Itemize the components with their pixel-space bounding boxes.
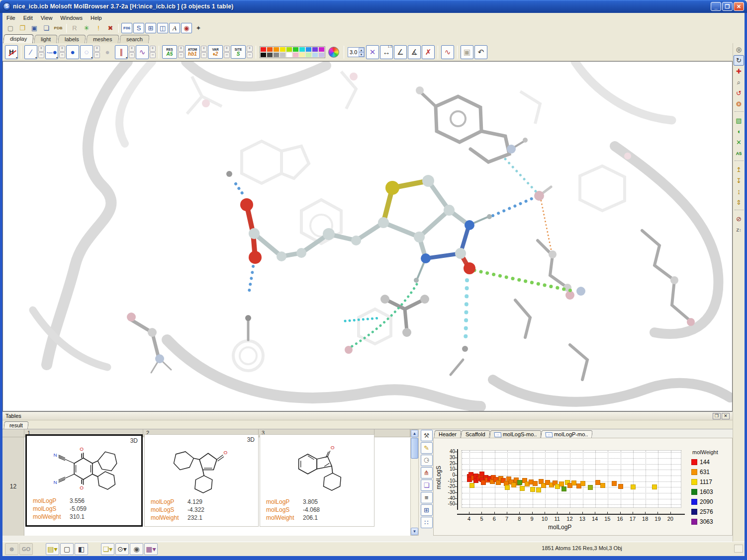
chart-plot-area[interactable]: [462, 450, 681, 508]
close-button[interactable]: ✕: [734, 2, 744, 11]
color-swatch[interactable]: [273, 52, 280, 58]
residue-label-button[interactable]: RESA5: [162, 45, 177, 59]
pdb-search-button[interactable]: PDB: [53, 23, 64, 33]
color-swatch[interactable]: [267, 52, 273, 58]
energy-button[interactable]: !: [93, 23, 104, 33]
data-point[interactable]: [595, 480, 600, 485]
color-swatch[interactable]: [299, 52, 305, 58]
effects-button[interactable]: ✦: [193, 23, 204, 33]
stereo-button[interactable]: S: [133, 23, 144, 33]
data-point[interactable]: [580, 481, 585, 486]
atom-label-button[interactable]: ATOMhb1: [185, 45, 200, 59]
corner-header[interactable]: [2, 429, 24, 437]
decrease-button[interactable]: −: [150, 52, 156, 58]
angle-button[interactable]: ∠: [394, 45, 407, 59]
delete-measure-button[interactable]: ✗: [422, 45, 435, 59]
data-point[interactable]: [631, 484, 636, 489]
molecule-cell-1[interactable]: 3D O O N N molLogP3.556 molLogS-5.05: [25, 434, 143, 527]
decrease-button[interactable]: −: [224, 52, 230, 58]
data-point[interactable]: [517, 480, 522, 485]
color-swatch[interactable]: [286, 47, 292, 52]
tab-labels[interactable]: labels: [58, 35, 87, 43]
table-edit-button[interactable]: ✎: [421, 442, 433, 454]
quad-view-button[interactable]: ⊞: [145, 23, 156, 33]
undo-view-button[interactable]: ↶: [474, 45, 487, 59]
table-find-button[interactable]: ⚆: [421, 455, 433, 466]
data-point[interactable]: [533, 481, 538, 486]
table-tree-button[interactable]: ⋔: [421, 467, 433, 479]
color-swatch[interactable]: [312, 47, 318, 52]
rotate-z-button[interactable]: ↺: [734, 88, 744, 98]
rotate-button[interactable]: ↻: [734, 55, 744, 66]
table-rows-button[interactable]: ≡: [421, 492, 433, 503]
color-swatch[interactable]: [318, 47, 325, 52]
menu-file[interactable]: File: [2, 14, 19, 22]
ribbon-style-button[interactable]: ∿: [136, 45, 149, 59]
data-point[interactable]: [505, 485, 510, 490]
scroll-thumb[interactable]: [411, 438, 418, 459]
menu-edit[interactable]: Edit: [19, 14, 37, 22]
color-swatch[interactable]: [280, 47, 286, 52]
z-translate-button[interactable]: Z↕: [734, 225, 744, 235]
title-bar[interactable]: S nice_icb.icb Molsoft MolBrowser 3.7-2a…: [0, 0, 747, 13]
increase-button[interactable]: +: [224, 46, 230, 52]
camera-button[interactable]: ⊙▾: [115, 543, 129, 555]
ballstick-style-button[interactable]: ∙–●▾: [45, 45, 58, 59]
color-wheel-icon[interactable]: [328, 47, 339, 58]
spinner-value[interactable]: 3.0: [348, 49, 359, 55]
fullscreen-button[interactable]: ▢: [60, 543, 74, 555]
molecular-3d-viewport[interactable]: [2, 61, 733, 411]
tables-panel-header[interactable]: Tables ❐ ✕: [2, 412, 733, 420]
color-swatch[interactable]: [260, 47, 267, 52]
site-label-button[interactable]: SITES: [231, 45, 246, 59]
molecule-cell-3[interactable]: O molLogP3.805 molLogS-4.068 molWeight20…: [260, 434, 374, 527]
chart-tab-header[interactable]: Header: [434, 430, 462, 438]
dot-surface-style-button[interactable]: ◌▾: [80, 45, 93, 59]
table-scrollbar[interactable]: ▲ ▼: [410, 429, 419, 536]
menu-view[interactable]: View: [37, 14, 57, 22]
slab-back-button[interactable]: ↧: [734, 175, 744, 186]
data-point[interactable]: [520, 486, 525, 491]
menu-windows[interactable]: Windows: [56, 14, 87, 22]
open-folder-button[interactable]: ❐: [17, 23, 28, 33]
increase-button[interactable]: +: [94, 46, 100, 52]
slab-center-button[interactable]: ⇕: [734, 197, 744, 208]
decrease-button[interactable]: −: [59, 52, 65, 58]
select-box-button[interactable]: ▧: [734, 115, 744, 126]
color-swatch[interactable]: [305, 52, 312, 58]
split-view-button[interactable]: ◫: [157, 23, 168, 33]
color-swatch[interactable]: [292, 52, 299, 58]
variable-label-button[interactable]: VAR♦2: [208, 45, 223, 59]
resize-grip[interactable]: [734, 545, 743, 553]
molecule-cell-2[interactable]: 3D O molLogP4.129 molLogS-4.322 molWeigh…: [144, 434, 259, 527]
color-swatch[interactable]: [273, 47, 280, 52]
close-panel-button[interactable]: ✕: [722, 413, 730, 419]
rock-button[interactable]: ❂: [734, 99, 744, 109]
increase-button[interactable]: +: [38, 46, 44, 52]
increase-button[interactable]: +: [59, 46, 65, 52]
color-swatch[interactable]: [305, 47, 312, 52]
row-header[interactable]: 12: [2, 437, 24, 536]
decrease-button[interactable]: −: [178, 52, 184, 58]
tab-result[interactable]: result: [3, 421, 28, 429]
stick-style-button[interactable]: ∥▾: [115, 45, 128, 59]
cpk-style-button[interactable]: ●: [66, 45, 79, 59]
slab-front-button[interactable]: ↥: [734, 164, 744, 175]
data-point[interactable]: [530, 487, 535, 492]
color-swatch[interactable]: [292, 47, 299, 52]
data-point[interactable]: [536, 487, 541, 492]
increase-button[interactable]: +: [201, 46, 207, 52]
workspace-panel-button[interactable]: ▤▾: [46, 543, 59, 555]
decrease-button[interactable]: −: [201, 52, 207, 58]
restore-button[interactable]: ❐: [722, 2, 733, 11]
data-point[interactable]: [588, 485, 593, 490]
spinner-up-arrow[interactable]: ▲: [359, 48, 364, 52]
data-point[interactable]: [469, 483, 474, 488]
clear-selection-button[interactable]: ✕: [734, 137, 744, 148]
data-point[interactable]: [571, 480, 576, 485]
slab-both-button[interactable]: ↨: [734, 186, 744, 197]
wire-style-button[interactable]: ∕▾: [24, 45, 37, 59]
table-plot-button[interactable]: ∷: [421, 517, 433, 528]
label-size-spinner[interactable]: 3.0▲▼: [348, 47, 365, 57]
data-point[interactable]: [612, 481, 617, 486]
